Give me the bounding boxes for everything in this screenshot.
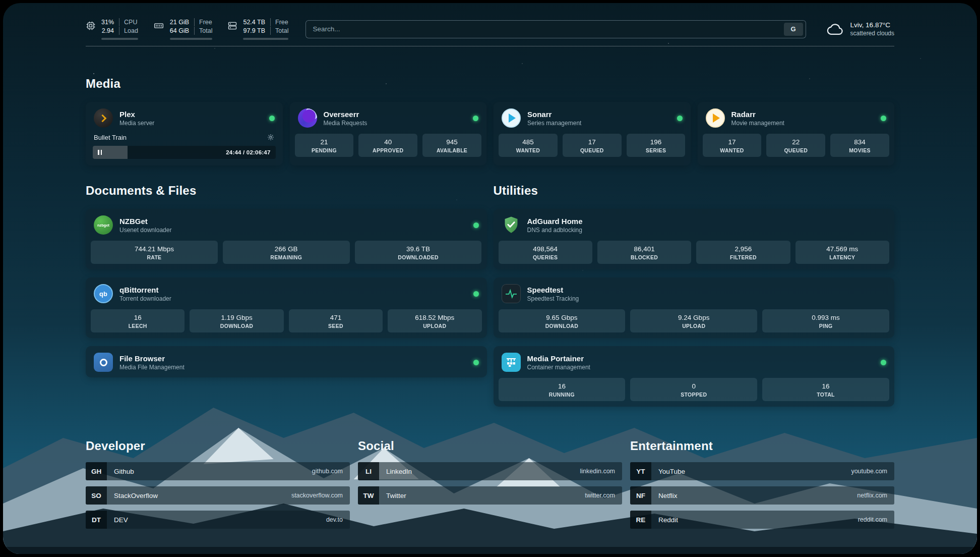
app-subtitle: Series management — [527, 120, 581, 127]
plex-icon — [94, 108, 113, 128]
app-title: Media Portainer — [527, 354, 590, 363]
app-adguard[interactable]: AdGuard Home DNS and adblocking — [494, 209, 895, 240]
app-qbittorrent[interactable]: qb qBittorrent Torrent downloader — [86, 277, 487, 309]
app-title: Sonarr — [527, 109, 581, 119]
cpu-label: CPU — [119, 18, 138, 26]
stat-queued: 17 QUEUED — [563, 134, 622, 157]
app-title: Radarr — [731, 109, 784, 119]
bookmark-github[interactable]: GH Github github.com — [86, 462, 350, 480]
bookmark-youtube[interactable]: YT YouTube youtube.com — [630, 462, 894, 480]
app-portainer[interactable]: Media Portainer Container management — [494, 346, 895, 377]
app-filebrowser[interactable]: File Browser Media File Management — [86, 346, 487, 377]
qbittorrent-icon: qb — [94, 284, 113, 303]
ram-free-label: Free — [194, 18, 212, 26]
stat-filtered: 2,956 FILTERED — [696, 241, 790, 264]
utilities-section-title: Utilities — [494, 184, 895, 198]
app-subtitle: Media File Management — [119, 364, 185, 371]
stat-remaining: 266 GB REMAINING — [223, 241, 350, 264]
bookmark-stackoverflow[interactable]: SO StackOverflow stackoverflow.com — [86, 486, 350, 505]
dashboard-screen: 31% CPU 2.94 Load 21 GiB Free — [3, 3, 977, 554]
twitter-abbr: TW — [358, 486, 379, 505]
stat-latency: 47.569 ms LATENCY — [795, 241, 889, 264]
adguard-shield-icon — [502, 215, 521, 235]
status-dot — [473, 360, 479, 365]
sonarr-card: Sonarr Series management 485 WANTED 17 Q… — [494, 102, 691, 165]
bookmark-reddit[interactable]: RE Reddit reddit.com — [630, 511, 894, 529]
disk-icon — [227, 21, 237, 31]
playback-progress-bar[interactable]: 24:44 / 02:06:47 — [93, 146, 276, 159]
plex-card: Plex Media server Bullet Train — [86, 102, 283, 165]
app-plex[interactable]: Plex Media server — [86, 102, 283, 133]
header-divider — [86, 46, 894, 46]
dev-abbr: DT — [86, 511, 107, 529]
app-title: qBittorrent — [119, 285, 171, 295]
app-title: Speedtest — [527, 285, 579, 295]
app-subtitle: Media Requests — [324, 120, 368, 127]
bookmark-linkedin[interactable]: LI LinkedIn linkedin.com — [358, 462, 622, 480]
app-title: NZBGet — [119, 216, 171, 226]
netflix-abbr: NF — [630, 486, 651, 505]
stat-approved: 40 APPROVED — [358, 134, 417, 157]
weather-location: Lviv, 16.87°C — [850, 21, 894, 29]
pause-button[interactable] — [93, 150, 107, 155]
linkedin-abbr: LI — [358, 462, 379, 480]
status-dot — [269, 116, 275, 121]
app-title: Plex — [119, 109, 154, 119]
stat-downloaded: 39.6 TB DOWNLOADED — [355, 241, 482, 264]
disk-free-label: Free — [270, 18, 288, 26]
section-utilities: Utilities — [494, 184, 895, 415]
stat-upload: 618.52 Mbps UPLOAD — [388, 309, 481, 332]
bookmark-group-entertainment: Entertainment YT YouTube youtube.com NF … — [630, 439, 894, 535]
ram-total-value: 64 GiB — [170, 27, 189, 35]
app-subtitle: Container management — [527, 364, 590, 371]
status-dot — [881, 116, 886, 121]
app-title: AdGuard Home — [527, 216, 583, 226]
app-radarr[interactable]: Radarr Movie management — [698, 102, 895, 133]
ram-total-label: Total — [194, 27, 212, 35]
ram-progress-bar — [170, 38, 213, 40]
stackoverflow-abbr: SO — [86, 486, 107, 505]
stat-pending: 21 PENDING — [295, 134, 354, 157]
disk-total-label: Total — [270, 27, 288, 35]
section-documents: Documents & Files nzbget NZBGet Usenet d… — [86, 184, 487, 415]
cloud-icon — [826, 22, 844, 37]
status-dot — [677, 116, 683, 121]
bookmark-dev[interactable]: DT DEV dev.to — [86, 511, 350, 529]
search-engine-button[interactable]: G — [784, 23, 803, 36]
media-section-title: Media — [86, 77, 894, 91]
stat-download: 1.19 Gbps DOWNLOAD — [190, 309, 283, 332]
stat-upload: 9.24 Gbps UPLOAD — [630, 309, 757, 332]
filebrowser-icon — [94, 353, 113, 372]
overseerr-card: Overseerr Media Requests 21 PENDING 40 A… — [290, 102, 487, 165]
stat-running: 16 RUNNING — [499, 378, 626, 401]
app-subtitle: Speedtest Tracking — [527, 295, 579, 303]
stat-rate: 744.21 Mbps RATE — [91, 241, 218, 264]
radarr-card: Radarr Movie management 17 WANTED 22 QUE… — [698, 102, 895, 165]
status-dot — [881, 360, 886, 365]
stat-wanted: 485 WANTED — [499, 134, 558, 157]
section-media: Media Plex Media server Bullet Train — [86, 77, 894, 165]
app-overseerr[interactable]: Overseerr Media Requests — [290, 102, 487, 133]
app-title: File Browser — [119, 354, 185, 363]
cpu-load-label: Load — [119, 27, 138, 35]
bookmark-netflix[interactable]: NF Netflix netflix.com — [630, 486, 894, 505]
bookmark-twitter[interactable]: TW Twitter twitter.com — [358, 486, 622, 505]
app-nzbget[interactable]: nzbget NZBGet Usenet downloader — [86, 209, 487, 240]
speedtest-card: Speedtest Speedtest Tracking 9.65 Gbps D… — [494, 277, 895, 338]
app-title: Overseerr — [324, 109, 368, 119]
playback-time: 24:44 / 02:06:47 — [226, 149, 275, 155]
speedtest-icon — [502, 284, 521, 303]
stat-total: 16 TOTAL — [762, 378, 889, 401]
disk-metric: 52.4 TB Free 97.9 TB Total — [227, 18, 288, 40]
sonarr-icon — [502, 108, 521, 128]
disk-progress-bar — [243, 38, 288, 40]
app-speedtest[interactable]: Speedtest Speedtest Tracking — [494, 277, 895, 309]
stat-movies: 834 MOVIES — [830, 134, 889, 157]
settings-gear-icon[interactable] — [267, 133, 275, 141]
stat-blocked: 86,401 BLOCKED — [597, 241, 691, 264]
stat-stopped: 0 STOPPED — [630, 378, 757, 401]
system-metrics: 31% CPU 2.94 Load 21 GiB Free — [86, 18, 288, 40]
stat-available: 945 AVAILABLE — [422, 134, 481, 157]
search-input[interactable] — [313, 25, 783, 33]
app-sonarr[interactable]: Sonarr Series management — [494, 102, 691, 133]
